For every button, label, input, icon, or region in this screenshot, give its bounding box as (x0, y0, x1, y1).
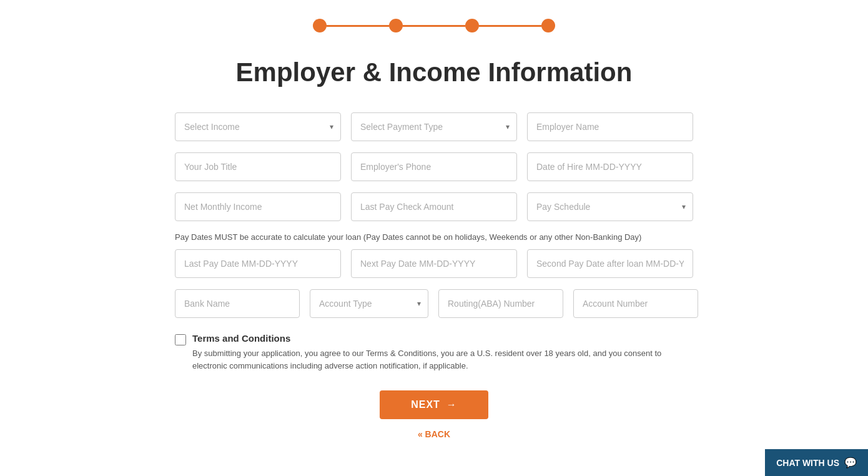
last-pay-check-field (351, 192, 517, 221)
last-pay-check-input[interactable] (351, 192, 517, 221)
form-row-1: Select Income Employed Self Employed Ben… (175, 112, 693, 141)
next-arrow-icon: → (446, 399, 457, 410)
chat-button-label: CHAT WITH US (776, 458, 839, 468)
employer-phone-input[interactable] (351, 152, 517, 181)
terms-text-block: Terms and Conditions By submitting your … (192, 333, 693, 372)
bank-name-input[interactable] (175, 289, 300, 318)
next-pay-date-input[interactable] (351, 249, 517, 278)
last-pay-date-field (175, 249, 341, 278)
account-number-input[interactable] (573, 289, 698, 318)
income-select[interactable]: Select Income Employed Self Employed Ben… (175, 112, 341, 141)
form-row-2 (175, 152, 693, 181)
second-pay-date-input[interactable] (527, 249, 693, 278)
next-button[interactable]: NEXT → (380, 390, 488, 419)
income-field: Select Income Employed Self Employed Ben… (175, 112, 341, 141)
terms-body: By submitting your application, you agre… (192, 347, 693, 372)
progress-step-3 (465, 19, 479, 32)
account-type-field: Account Type Checking Savings ▾ (310, 289, 428, 318)
account-type-select[interactable]: Account Type Checking Savings (310, 289, 428, 318)
chat-button[interactable]: CHAT WITH US 💬 (765, 449, 868, 476)
progress-line-1 (327, 25, 389, 27)
payment-type-select[interactable]: Select Payment Type Direct Deposit Check (351, 112, 517, 141)
last-pay-date-input[interactable] (175, 249, 341, 278)
progress-step-1 (313, 19, 327, 32)
back-label: BACK (425, 429, 450, 439)
terms-title: Terms and Conditions (192, 333, 693, 344)
payment-type-field: Select Payment Type Direct Deposit Check… (351, 112, 517, 141)
form-row-4 (175, 249, 693, 278)
progress-step-4 (541, 19, 555, 32)
account-number-field (573, 289, 698, 318)
net-monthly-income-input[interactable] (175, 192, 341, 221)
date-of-hire-input[interactable] (527, 152, 693, 181)
progress-line-3 (479, 25, 541, 27)
employer-name-field (527, 112, 693, 141)
job-title-field (175, 152, 341, 181)
employer-phone-field (351, 152, 517, 181)
routing-number-field (438, 289, 563, 318)
terms-section: Terms and Conditions By submitting your … (175, 333, 693, 372)
progress-step-2 (389, 19, 403, 32)
next-button-label: NEXT (411, 399, 440, 410)
terms-checkbox[interactable] (175, 334, 186, 345)
pay-schedule-select[interactable]: Pay Schedule Weekly Bi-Weekly Monthly Se… (527, 192, 693, 221)
net-monthly-income-field (175, 192, 341, 221)
chat-icon: 💬 (844, 457, 857, 469)
routing-number-input[interactable] (438, 289, 563, 318)
bank-name-field (175, 289, 300, 318)
progress-bar (175, 12, 693, 32)
next-pay-date-field (351, 249, 517, 278)
form-row-3: Pay Schedule Weekly Bi-Weekly Monthly Se… (175, 192, 693, 221)
page-title: Employer & Income Information (175, 57, 693, 87)
second-pay-date-field (527, 249, 693, 278)
back-chevrons-icon: « (418, 429, 423, 439)
progress-line-2 (403, 25, 465, 27)
button-area: NEXT → « BACK (175, 390, 693, 439)
form-row-5: Account Type Checking Savings ▾ (175, 289, 693, 318)
job-title-input[interactable] (175, 152, 341, 181)
date-of-hire-field (527, 152, 693, 181)
pay-dates-notice: Pay Dates MUST be accurate to calculate … (175, 232, 693, 242)
employer-name-input[interactable] (527, 112, 693, 141)
pay-schedule-field: Pay Schedule Weekly Bi-Weekly Monthly Se… (527, 192, 693, 221)
back-link[interactable]: « BACK (175, 429, 693, 439)
